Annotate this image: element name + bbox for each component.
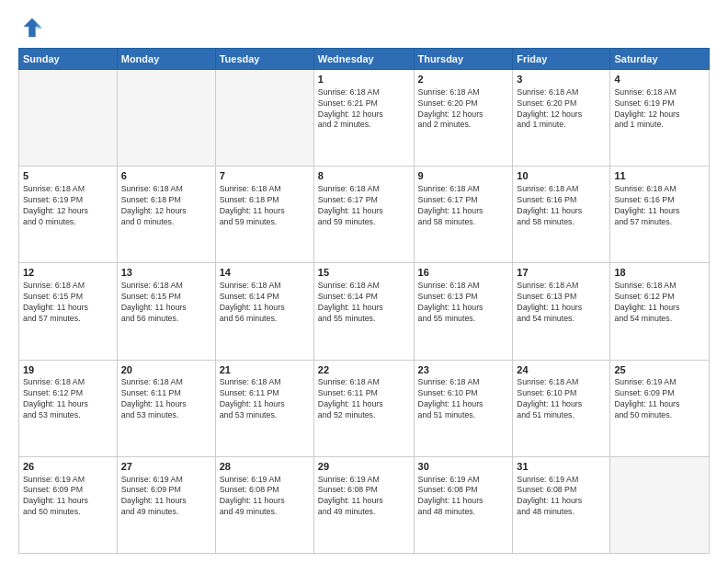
day-number: 22 (318, 363, 410, 377)
day-number: 29 (318, 460, 410, 474)
calendar-cell: 6Sunrise: 6:18 AM Sunset: 6:18 PM Daylig… (117, 167, 215, 263)
day-info: Sunrise: 6:18 AM Sunset: 6:16 PM Dayligh… (517, 184, 606, 228)
calendar-body: 1Sunrise: 6:18 AM Sunset: 6:21 PM Daylig… (19, 70, 710, 554)
day-number: 20 (121, 363, 211, 377)
day-number: 8 (318, 169, 410, 183)
day-info: Sunrise: 6:18 AM Sunset: 6:20 PM Dayligh… (517, 87, 606, 132)
calendar-cell: 30Sunrise: 6:19 AM Sunset: 6:08 PM Dayli… (414, 456, 513, 553)
day-info: Sunrise: 6:18 AM Sunset: 6:17 PM Dayligh… (318, 184, 410, 228)
calendar-cell: 23Sunrise: 6:18 AM Sunset: 6:10 PM Dayli… (414, 360, 513, 456)
calendar-cell (19, 70, 118, 167)
calendar-cell: 25Sunrise: 6:19 AM Sunset: 6:09 PM Dayli… (610, 360, 710, 456)
calendar-cell: 28Sunrise: 6:19 AM Sunset: 6:08 PM Dayli… (215, 456, 313, 553)
calendar-cell: 13Sunrise: 6:18 AM Sunset: 6:15 PM Dayli… (117, 263, 215, 360)
day-info: Sunrise: 6:18 AM Sunset: 6:13 PM Dayligh… (517, 281, 606, 325)
calendar-cell: 22Sunrise: 6:18 AM Sunset: 6:11 PM Dayli… (313, 360, 414, 456)
calendar-cell: 12Sunrise: 6:18 AM Sunset: 6:15 PM Dayli… (19, 263, 118, 360)
day-info: Sunrise: 6:18 AM Sunset: 6:15 PM Dayligh… (121, 281, 211, 325)
calendar-cell: 4Sunrise: 6:18 AM Sunset: 6:19 PM Daylig… (610, 70, 710, 167)
day-number: 7 (220, 169, 310, 183)
calendar-cell: 1Sunrise: 6:18 AM Sunset: 6:21 PM Daylig… (313, 70, 414, 167)
calendar-cell: 5Sunrise: 6:18 AM Sunset: 6:19 PM Daylig… (19, 167, 118, 263)
day-info: Sunrise: 6:18 AM Sunset: 6:20 PM Dayligh… (418, 87, 509, 132)
day-number: 4 (614, 73, 705, 86)
day-info: Sunrise: 6:18 AM Sunset: 6:21 PM Dayligh… (318, 87, 410, 132)
header (18, 15, 710, 40)
calendar-cell: 16Sunrise: 6:18 AM Sunset: 6:13 PM Dayli… (414, 263, 513, 360)
day-number: 2 (418, 73, 509, 86)
calendar-week: 12Sunrise: 6:18 AM Sunset: 6:15 PM Dayli… (19, 263, 710, 360)
day-number: 1 (318, 73, 410, 86)
calendar-week: 19Sunrise: 6:18 AM Sunset: 6:12 PM Dayli… (19, 360, 710, 456)
calendar-table: SundayMondayTuesdayWednesdayThursdayFrid… (18, 48, 710, 554)
day-info: Sunrise: 6:18 AM Sunset: 6:11 PM Dayligh… (318, 377, 410, 421)
calendar-cell: 15Sunrise: 6:18 AM Sunset: 6:14 PM Dayli… (313, 263, 414, 360)
calendar-cell: 7Sunrise: 6:18 AM Sunset: 6:18 PM Daylig… (215, 167, 313, 263)
day-number: 6 (121, 169, 211, 183)
day-number: 16 (418, 266, 509, 280)
calendar-cell: 10Sunrise: 6:18 AM Sunset: 6:16 PM Dayli… (513, 167, 610, 263)
day-number: 18 (614, 266, 705, 280)
day-number: 30 (418, 460, 509, 474)
calendar-cell: 31Sunrise: 6:19 AM Sunset: 6:08 PM Dayli… (513, 456, 610, 553)
weekday-header: Tuesday (215, 49, 313, 70)
calendar-cell: 24Sunrise: 6:18 AM Sunset: 6:10 PM Dayli… (513, 360, 610, 456)
weekday-header: Friday (513, 49, 610, 70)
day-info: Sunrise: 6:18 AM Sunset: 6:14 PM Dayligh… (318, 281, 410, 325)
day-info: Sunrise: 6:19 AM Sunset: 6:09 PM Dayligh… (23, 475, 113, 519)
calendar-cell: 14Sunrise: 6:18 AM Sunset: 6:14 PM Dayli… (215, 263, 313, 360)
day-info: Sunrise: 6:19 AM Sunset: 6:09 PM Dayligh… (614, 377, 705, 421)
calendar-cell: 3Sunrise: 6:18 AM Sunset: 6:20 PM Daylig… (513, 70, 610, 167)
calendar-week: 26Sunrise: 6:19 AM Sunset: 6:09 PM Dayli… (19, 456, 710, 553)
day-info: Sunrise: 6:18 AM Sunset: 6:13 PM Dayligh… (418, 281, 509, 325)
calendar-cell: 19Sunrise: 6:18 AM Sunset: 6:12 PM Dayli… (19, 360, 118, 456)
day-info: Sunrise: 6:18 AM Sunset: 6:17 PM Dayligh… (418, 184, 509, 228)
calendar-cell: 21Sunrise: 6:18 AM Sunset: 6:11 PM Dayli… (215, 360, 313, 456)
calendar-cell (215, 70, 313, 167)
calendar-cell: 17Sunrise: 6:18 AM Sunset: 6:13 PM Dayli… (513, 263, 610, 360)
day-number: 3 (517, 73, 606, 86)
day-number: 23 (418, 363, 509, 377)
calendar-cell (610, 456, 710, 553)
day-info: Sunrise: 6:19 AM Sunset: 6:08 PM Dayligh… (318, 475, 410, 519)
day-number: 9 (418, 169, 509, 183)
day-info: Sunrise: 6:18 AM Sunset: 6:12 PM Dayligh… (614, 281, 705, 325)
day-number: 28 (220, 460, 310, 474)
weekday-row: SundayMondayTuesdayWednesdayThursdayFrid… (19, 49, 710, 70)
weekday-header: Wednesday (313, 49, 414, 70)
calendar-week: 5Sunrise: 6:18 AM Sunset: 6:19 PM Daylig… (19, 167, 710, 263)
day-info: Sunrise: 6:18 AM Sunset: 6:11 PM Dayligh… (121, 377, 211, 421)
day-info: Sunrise: 6:18 AM Sunset: 6:10 PM Dayligh… (418, 377, 509, 421)
calendar-cell: 20Sunrise: 6:18 AM Sunset: 6:11 PM Dayli… (117, 360, 215, 456)
calendar-cell: 29Sunrise: 6:19 AM Sunset: 6:08 PM Dayli… (313, 456, 414, 553)
day-number: 15 (318, 266, 410, 280)
weekday-header: Saturday (610, 49, 710, 70)
day-info: Sunrise: 6:18 AM Sunset: 6:14 PM Dayligh… (220, 281, 310, 325)
calendar-cell: 11Sunrise: 6:18 AM Sunset: 6:16 PM Dayli… (610, 167, 710, 263)
calendar-cell: 27Sunrise: 6:19 AM Sunset: 6:09 PM Dayli… (117, 456, 215, 553)
day-number: 5 (23, 169, 113, 183)
calendar-week: 1Sunrise: 6:18 AM Sunset: 6:21 PM Daylig… (19, 70, 710, 167)
day-number: 17 (517, 266, 606, 280)
day-info: Sunrise: 6:19 AM Sunset: 6:08 PM Dayligh… (418, 475, 509, 519)
calendar-cell: 2Sunrise: 6:18 AM Sunset: 6:20 PM Daylig… (414, 70, 513, 167)
day-info: Sunrise: 6:18 AM Sunset: 6:15 PM Dayligh… (23, 281, 113, 325)
day-number: 19 (23, 363, 113, 377)
calendar-cell: 18Sunrise: 6:18 AM Sunset: 6:12 PM Dayli… (610, 263, 710, 360)
weekday-header: Thursday (414, 49, 513, 70)
page: SundayMondayTuesdayWednesdayThursdayFrid… (0, 0, 728, 563)
svg-marker-1 (36, 21, 42, 28)
day-info: Sunrise: 6:19 AM Sunset: 6:09 PM Dayligh… (121, 475, 211, 519)
day-number: 11 (614, 169, 705, 183)
day-number: 24 (517, 363, 606, 377)
day-info: Sunrise: 6:18 AM Sunset: 6:19 PM Dayligh… (614, 87, 705, 132)
day-info: Sunrise: 6:18 AM Sunset: 6:12 PM Dayligh… (23, 377, 113, 421)
day-number: 10 (517, 169, 606, 183)
calendar-header: SundayMondayTuesdayWednesdayThursdayFrid… (19, 49, 710, 70)
calendar-cell (117, 70, 215, 167)
logo-icon (18, 15, 44, 40)
day-info: Sunrise: 6:19 AM Sunset: 6:08 PM Dayligh… (517, 475, 606, 519)
logo (18, 15, 48, 40)
day-info: Sunrise: 6:18 AM Sunset: 6:18 PM Dayligh… (220, 184, 310, 228)
calendar-cell: 26Sunrise: 6:19 AM Sunset: 6:09 PM Dayli… (19, 456, 118, 553)
